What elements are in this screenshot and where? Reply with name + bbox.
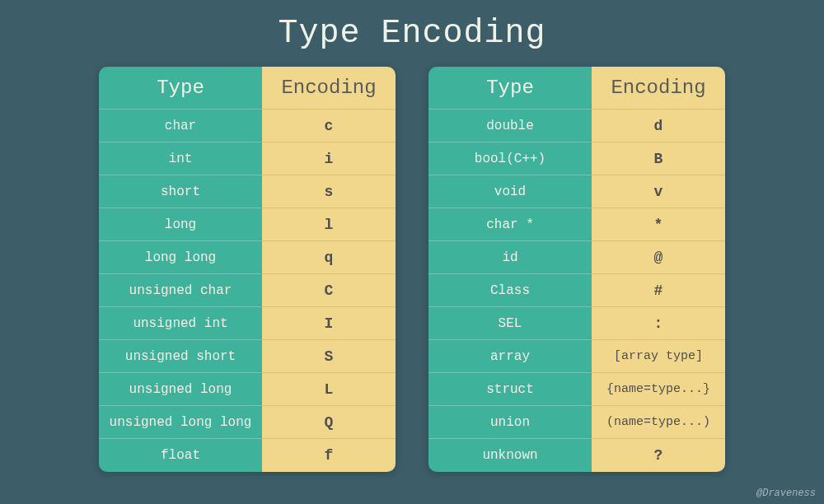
table-row: unsigned intI: [99, 307, 396, 340]
table-row: inti: [99, 142, 396, 175]
encoding-cell: ?: [592, 439, 725, 472]
table-row: charc: [99, 110, 396, 142]
encoding-cell: l: [262, 208, 396, 241]
type-cell: struct: [428, 373, 592, 406]
encoding-cell: {name=type...}: [592, 373, 725, 406]
encoding-cell: [array type]: [592, 340, 725, 373]
encoding-cell: @: [592, 241, 725, 274]
table-right: Type Encoding doubledbool(C++)Bvoidvchar…: [428, 67, 725, 472]
header-type: Type: [99, 67, 262, 110]
table-row: unsigned shortS: [99, 340, 396, 373]
type-cell: unsigned int: [99, 307, 262, 340]
table-row: unsigned long longQ: [99, 406, 396, 439]
header-type: Type: [428, 67, 592, 110]
table-left: Type Encoding charcintishortslongllong l…: [99, 67, 396, 472]
encoding-cell: (name=type...): [592, 406, 725, 439]
table-row: doubled: [428, 110, 725, 142]
type-cell: bool(C++): [428, 142, 592, 175]
table-row: unknown?: [428, 439, 725, 472]
encoding-cell: d: [592, 110, 725, 142]
type-cell: double: [428, 110, 592, 142]
type-cell: float: [99, 439, 262, 472]
type-cell: SEL: [428, 307, 592, 340]
encoding-cell: B: [592, 142, 725, 175]
type-cell: short: [99, 175, 262, 208]
type-cell: id: [428, 241, 592, 274]
encoding-cell: f: [262, 439, 396, 472]
encoding-cell: :: [592, 307, 725, 340]
table-row: unsigned longL: [99, 373, 396, 406]
type-cell: unknown: [428, 439, 592, 472]
table-row: long longq: [99, 241, 396, 274]
encoding-cell: i: [262, 142, 396, 175]
encoding-cell: #: [592, 274, 725, 307]
encoding-cell: I: [262, 307, 396, 340]
table-header-row: Type Encoding: [99, 67, 396, 110]
table-row: Class#: [428, 274, 725, 307]
type-cell: long: [99, 208, 262, 241]
type-cell: long long: [99, 241, 262, 274]
type-cell: char: [99, 110, 262, 142]
credit-text: @Draveness: [756, 488, 816, 499]
encoding-cell: s: [262, 175, 396, 208]
table-row: bool(C++)B: [428, 142, 725, 175]
encoding-cell: L: [262, 373, 396, 406]
encoding-cell: S: [262, 340, 396, 373]
table-row: union(name=type...): [428, 406, 725, 439]
type-cell: char *: [428, 208, 592, 241]
type-cell: union: [428, 406, 592, 439]
encoding-cell: C: [262, 274, 396, 307]
table-row: longl: [99, 208, 396, 241]
type-cell: int: [99, 142, 262, 175]
type-cell: void: [428, 175, 592, 208]
encoding-cell: Q: [262, 406, 396, 439]
table-row: floatf: [99, 439, 396, 472]
encoding-cell: *: [592, 208, 725, 241]
type-cell: unsigned short: [99, 340, 262, 373]
type-cell: unsigned char: [99, 274, 262, 307]
tables-container: Type Encoding charcintishortslongllong l…: [0, 67, 824, 472]
encoding-cell: q: [262, 241, 396, 274]
table-row: shorts: [99, 175, 396, 208]
page-title: Type Encoding: [0, 0, 824, 67]
table-row: struct{name=type...}: [428, 373, 725, 406]
type-cell: Class: [428, 274, 592, 307]
type-cell: unsigned long: [99, 373, 262, 406]
table-row: id@: [428, 241, 725, 274]
encoding-cell: v: [592, 175, 725, 208]
type-cell: array: [428, 340, 592, 373]
table-row: voidv: [428, 175, 725, 208]
table-row: SEL:: [428, 307, 725, 340]
table-header-row: Type Encoding: [428, 67, 725, 110]
table-row: unsigned charC: [99, 274, 396, 307]
header-encoding: Encoding: [262, 67, 396, 110]
type-cell: unsigned long long: [99, 406, 262, 439]
encoding-cell: c: [262, 110, 396, 142]
table-row: char **: [428, 208, 725, 241]
header-encoding: Encoding: [592, 67, 725, 110]
table-row: array[array type]: [428, 340, 725, 373]
